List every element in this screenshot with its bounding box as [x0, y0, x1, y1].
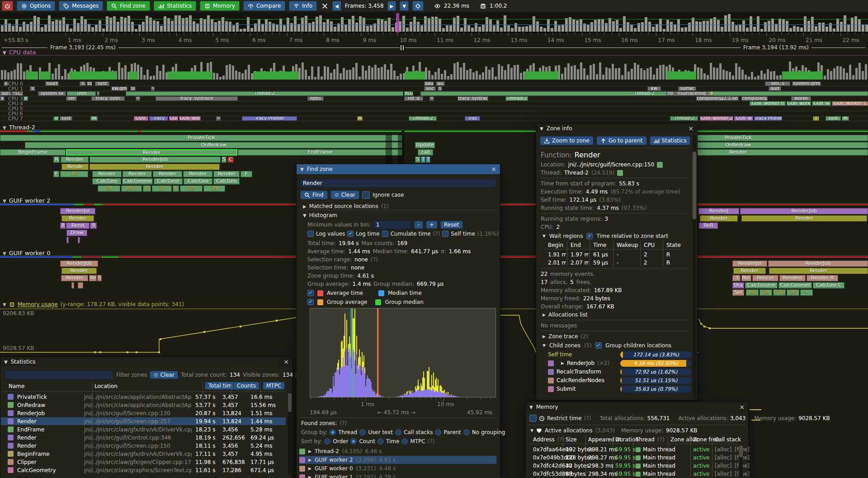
timeline-zone[interactable]: T	[426, 156, 430, 163]
clear-button[interactable]: ⊘Clear	[330, 190, 359, 199]
cpu-zone[interactable]: Thread-2	[409, 116, 437, 121]
timeline-zone[interactable]: 9	[90, 222, 97, 229]
timeline-zone[interactable]: S	[415, 156, 420, 163]
timeline-zone[interactable]: Render	[153, 171, 182, 177]
timeline-zone[interactable]: BeginFrame	[0, 149, 66, 156]
cpu-zone[interactable]: Thread-2	[126, 91, 403, 96]
cpu-zone[interactable]: au	[436, 81, 445, 86]
cpu-zone[interactable]: ssurf	[45, 81, 59, 86]
timeline-zone[interactable]: 24	[98, 185, 120, 192]
filter-zones-input[interactable]	[5, 370, 113, 379]
timeline-zone[interactable]: Render	[733, 268, 766, 274]
timeline-zone[interactable]: 18	[60, 171, 88, 177]
cpu-zone[interactable]: Thread-2	[670, 116, 698, 121]
group-by-user-text-radio[interactable]	[359, 429, 366, 435]
timeline-zone[interactable]: Renderr	[779, 275, 806, 281]
power-button[interactable]	[2, 1, 13, 11]
zoom-to-zone-button[interactable]: Zoom to zone	[540, 136, 594, 145]
found-zone-group[interactable]: ▶ GUIF worker 2 (3,296) 4.61 s	[299, 456, 496, 464]
timeline-zone[interactable]: Render	[769, 268, 868, 274]
timeline-zone[interactable]: Rende	[61, 164, 89, 170]
cpu-zone[interactable]: GUIF w	[734, 116, 753, 121]
wait-col-header[interactable]: CPU	[644, 242, 655, 248]
timeline-zone[interactable]: CalcGeor	[154, 178, 183, 185]
cpu-data-header[interactable]: ▼CPU data	[3, 49, 36, 56]
timeline-zone[interactable]: CalcGeo	[213, 178, 240, 185]
group-children-checkbox[interactable]: ✔	[595, 342, 602, 349]
cpu-zone[interactable]: M	[90, 116, 98, 121]
frame-dropdown-button[interactable]: ▼	[400, 1, 409, 11]
memory-col-header[interactable]: Size	[566, 436, 577, 443]
timeline-zone[interactable]: RenderJ	[698, 208, 739, 214]
zone-info-scrollbar[interactable]	[693, 135, 696, 398]
cpu-zone[interactable]: Tracy Profiler	[754, 116, 782, 121]
timeline-zone[interactable]: Re	[89, 275, 97, 281]
timeline-zone[interactable]: Render	[61, 275, 88, 281]
alloc-link[interactable]: [alloc]	[715, 471, 731, 477]
cpu-zone[interactable]: s	[30, 86, 35, 91]
cpu-zone[interactable]: system-grm	[792, 81, 821, 86]
timeline-zone[interactable]: RenderJob	[60, 260, 98, 267]
cpu-zone[interactable]: GUIF	[134, 116, 148, 121]
allocation-row[interactable]: 0x7dfaa64e00 192 bytes 298.21 ms 59.95 s…	[526, 445, 738, 454]
child-zone-name[interactable]: RenderJob	[567, 360, 594, 366]
statistics-row[interactable]: PrivateTick jni/../jni/src/claw/applicat…	[1, 393, 286, 401]
child-zone-name[interactable]: Submit	[557, 386, 576, 392]
frame-label-left[interactable]: Frame 3,193 (22.45 ms)	[47, 44, 118, 51]
memory-col-header[interactable]: Address	[533, 436, 555, 443]
timeline-zone[interactable]: 5	[97, 275, 102, 281]
sort-by-order-radio[interactable]	[324, 438, 330, 445]
timeline-zone[interactable]: 24	[760, 289, 772, 296]
cpu-zone[interactable]: ~	[151, 86, 155, 91]
alloc-link[interactable]: [alloc]	[715, 454, 731, 461]
memory-window[interactable]: ▼Memory× Restrict time(?) Total allocati…	[525, 402, 749, 478]
timeline-zone[interactable]: CalcGeo C	[813, 282, 844, 289]
messages-button[interactable]: Messages	[59, 1, 103, 11]
prev-frame-button[interactable]: ◀	[332, 1, 341, 11]
timeline-zone[interactable]: Sel	[732, 289, 744, 296]
cpu-zone[interactable]: composer@	[741, 96, 768, 101]
statistics-row[interactable]: OnRedraw jni/../jni/src/claw/application…	[1, 401, 286, 409]
cpu-zone[interactable]: sen..s	[765, 81, 790, 86]
timeline-zone[interactable]: 22	[152, 185, 172, 192]
histogram-section[interactable]: Histogram	[309, 212, 337, 218]
timeline-zone[interactable]: Render	[741, 215, 867, 222]
cpu-zone[interactable]: Tr	[53, 116, 59, 121]
group-by-thread-radio[interactable]	[330, 429, 336, 435]
statistics-row[interactable]: BeginFrame jni/../jni/src/claw/gfx/drv/v…	[1, 450, 286, 458]
timeline-zone[interactable]: 26	[787, 289, 799, 296]
close-icon[interactable]: ×	[739, 404, 745, 410]
min-bin-input[interactable]: 1	[373, 220, 411, 229]
allocation-row[interactable]: 0x7dfc53d898 8 bytes 298.34 ms 59.95 s M…	[526, 470, 738, 478]
cpu-zone[interactable]: GUIF worker 0	[750, 101, 786, 106]
cpu-zone[interactable]: Tracy Profiler	[242, 116, 297, 121]
statistics-row[interactable]: Render jni/../jni/src/guif/Screen.cpp:25…	[1, 417, 286, 425]
cpu-zone[interactable]: ~	[216, 116, 221, 121]
wait-col-header[interactable]: End	[571, 242, 581, 248]
wait-regions-section[interactable]: Wait regions	[549, 233, 583, 239]
cpu-zone[interactable]: A	[710, 91, 713, 96]
timeline-zone[interactable]	[78, 237, 80, 243]
timeline-zone[interactable]: S	[222, 156, 226, 163]
cpu-zone[interactable]: GUIF worker 1	[832, 101, 868, 106]
timeline-zone[interactable]: 8	[60, 222, 66, 229]
statistics-row[interactable]: RenderJob jni/../jni/src/guif/Screen.cpp…	[1, 409, 286, 417]
cpu-zone[interactable]: rot_d	[404, 96, 423, 101]
cpu-zone[interactable]: ss	[87, 81, 92, 86]
timeline-zone[interactable]: PrivateTick	[0, 135, 402, 141]
child-zone-name[interactable]: Self time	[548, 351, 572, 358]
timeline-zone[interactable]: CalcGeome	[745, 282, 778, 289]
cpu-zone[interactable]: aud	[769, 86, 781, 91]
timeline-zone[interactable]: -1	[732, 275, 741, 281]
group-by-no-grouping-radio[interactable]	[463, 429, 470, 435]
timeline-zone[interactable]: Render	[61, 268, 97, 274]
timeline-zone[interactable]: 16 C	[121, 185, 142, 192]
bin-minus-button[interactable]: -	[414, 221, 423, 229]
timeline-zone[interactable]: ~	[800, 289, 813, 296]
cpu-zone[interactable]: tracy_sysn	[91, 96, 125, 101]
timeline-zone[interactable]: Render	[123, 171, 152, 177]
child-zone-name[interactable]: CalcRenderNodes	[557, 377, 604, 383]
alloc-link[interactable]: [alloc]	[715, 446, 731, 453]
cpu-zone[interactable]: s	[4, 81, 8, 86]
timeline-zone[interactable]: Render	[66, 149, 237, 156]
